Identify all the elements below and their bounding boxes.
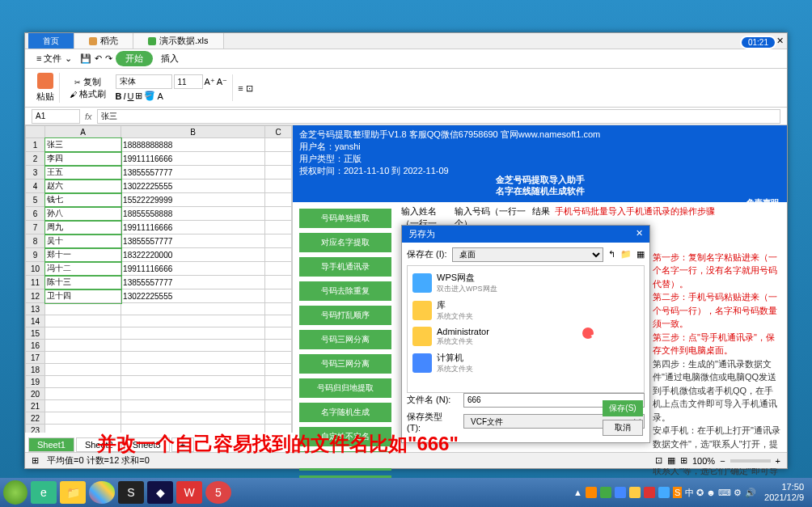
col-b[interactable]: B (121, 126, 265, 138)
tray-up-icon[interactable]: ▲ (573, 488, 582, 497)
clock[interactable]: 17:502021/12/9 (759, 482, 809, 503)
row-header[interactable]: 9 (26, 248, 45, 262)
cell[interactable] (265, 388, 292, 400)
cell[interactable]: 13855557777 (121, 166, 265, 180)
view-layout-icon[interactable]: ⊞ (680, 455, 687, 466)
corner-cell[interactable] (26, 126, 45, 138)
cell[interactable] (265, 180, 292, 193)
tray-icon-1[interactable] (586, 487, 597, 498)
cell[interactable]: 19911116666 (121, 221, 265, 234)
save-button[interactable]: 保存(S) (603, 400, 643, 416)
action-button[interactable]: 号码三网分离 (299, 330, 391, 349)
row-header[interactable]: 6 (26, 207, 45, 221)
nox-icon[interactable]: ◆ (147, 481, 173, 504)
cell[interactable]: 冯十二 (45, 262, 121, 276)
cell[interactable]: 13022225555 (121, 289, 265, 303)
menu-insert[interactable]: 插入 (156, 51, 184, 66)
cell[interactable]: 张三 (45, 138, 121, 152)
row-header[interactable]: 21 (26, 400, 45, 412)
start-button[interactable] (3, 480, 27, 505)
cell[interactable] (265, 152, 292, 166)
row-header[interactable]: 18 (26, 364, 45, 376)
cell[interactable] (121, 412, 265, 425)
cell[interactable] (265, 276, 292, 289)
undo-icon[interactable]: ↶ (95, 53, 102, 64)
cell[interactable] (265, 376, 292, 388)
cell[interactable] (265, 221, 292, 234)
row-header[interactable]: 20 (26, 388, 45, 400)
zoom-in-icon[interactable]: + (776, 456, 780, 466)
tray-icon-2[interactable] (600, 487, 611, 498)
cell[interactable] (265, 303, 292, 315)
cell[interactable]: 19911116666 (121, 262, 265, 276)
action-button[interactable]: 号码三网分离 (299, 354, 391, 374)
cell[interactable] (121, 352, 265, 364)
cell[interactable] (265, 138, 292, 152)
increase-font-icon[interactable]: A⁺ (205, 77, 215, 87)
zoom-level[interactable]: 100% (692, 456, 715, 466)
tray-icon-6[interactable] (658, 487, 670, 498)
cell[interactable] (121, 327, 265, 340)
cell[interactable] (265, 207, 292, 221)
italic-icon[interactable]: I (123, 91, 125, 101)
merge-icon[interactable]: ⊡ (246, 83, 253, 93)
view-icon[interactable]: ▦ (636, 249, 645, 260)
row-header[interactable]: 17 (26, 352, 45, 364)
formula-input[interactable] (97, 109, 780, 124)
row-header[interactable]: 2 (26, 152, 45, 166)
cell[interactable]: 18855558888 (121, 207, 265, 221)
row-header[interactable]: 4 (26, 180, 45, 193)
row-header[interactable]: 8 (26, 234, 45, 248)
zoom-out-icon[interactable]: − (720, 456, 725, 466)
cell-reference[interactable] (32, 109, 80, 124)
col-a[interactable]: A (45, 126, 121, 138)
cell[interactable] (121, 303, 265, 315)
spreadsheet[interactable]: ABC 1张三188888888882李四199111166663王五13855… (25, 125, 292, 433)
up-icon[interactable]: ↰ (608, 249, 615, 260)
cancel-button[interactable]: 取消 (603, 420, 643, 436)
fx-icon[interactable]: fx (80, 112, 97, 121)
cell[interactable]: 15522229999 (121, 193, 265, 207)
cell[interactable] (265, 166, 292, 180)
fill-icon[interactable]: 🪣 (144, 91, 155, 101)
ime-lang[interactable]: 中 ✪ ☻ ⌨ ⚙ (685, 487, 742, 499)
cell[interactable]: 13855557777 (121, 276, 265, 289)
cell[interactable] (265, 315, 292, 327)
menu-file[interactable]: ≡ 文件 ⌄ (32, 51, 77, 66)
col-c[interactable]: C (265, 126, 292, 138)
cell[interactable] (45, 400, 121, 412)
cell[interactable]: 王五 (45, 166, 121, 180)
location-item[interactable]: 计算机系统文件夹 (411, 349, 641, 377)
cell[interactable] (45, 388, 121, 400)
tray-icon-3[interactable] (615, 487, 626, 498)
row-header[interactable]: 15 (26, 327, 45, 340)
app-icon[interactable]: 5 (205, 481, 231, 504)
row-header[interactable]: 11 (26, 276, 45, 289)
action-button[interactable]: 号码单独提取 (299, 209, 391, 228)
cell[interactable] (45, 364, 121, 376)
zoom-slider[interactable] (730, 459, 771, 463)
cell[interactable] (265, 364, 292, 376)
cell[interactable]: 吴十 (45, 234, 121, 248)
cell[interactable] (121, 400, 265, 412)
close-button[interactable]: ✕ (776, 36, 784, 46)
row-header[interactable]: 13 (26, 303, 45, 315)
location-select[interactable]: 桌面 (452, 247, 604, 262)
cell[interactable] (45, 303, 121, 315)
tab-docer[interactable]: 稻壳 (74, 33, 133, 49)
volume-icon[interactable]: 🔊 (745, 488, 756, 498)
size-select[interactable] (174, 74, 203, 89)
cell[interactable]: 钱七 (45, 193, 121, 207)
wps-icon[interactable]: W (176, 481, 202, 504)
decrease-font-icon[interactable]: A⁻ (217, 77, 227, 87)
row-header[interactable]: 14 (26, 315, 45, 327)
action-button[interactable]: 导手机通讯录 (299, 257, 391, 277)
cell[interactable]: 卫十四 (45, 289, 121, 303)
cell[interactable] (45, 340, 121, 352)
cell[interactable] (265, 327, 292, 340)
cell[interactable] (265, 262, 292, 276)
paste-icon[interactable] (37, 73, 53, 89)
cell[interactable]: 13855557777 (121, 234, 265, 248)
cell[interactable]: 18888888888 (121, 138, 265, 152)
row-header[interactable]: 22 (26, 412, 45, 425)
